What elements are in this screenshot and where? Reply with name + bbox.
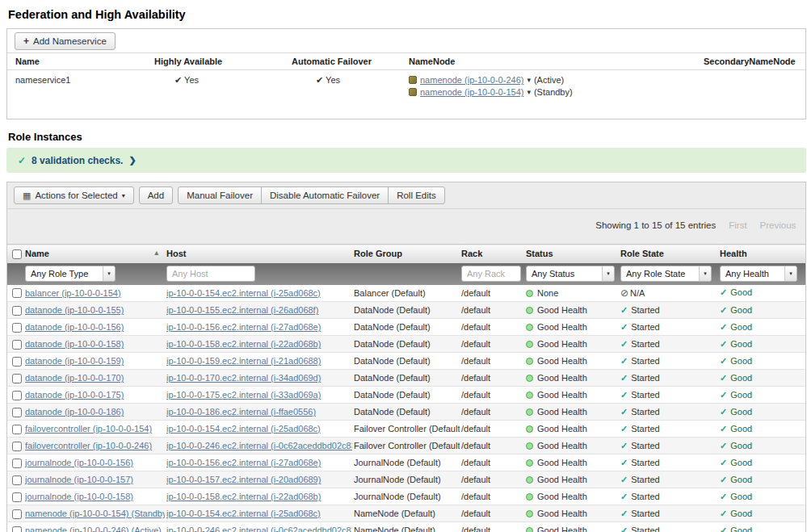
row-checkbox[interactable] bbox=[12, 306, 22, 316]
role-instance-link[interactable]: journalnode (ip-10-0-0-158) bbox=[25, 492, 133, 501]
host-link[interactable]: ip-10-0-0-159.ec2.internal (i-21ad0688) bbox=[166, 356, 321, 366]
row-checkbox[interactable] bbox=[12, 323, 22, 333]
host-filter-input[interactable] bbox=[166, 266, 255, 282]
namenode-link[interactable]: namenode (ip-10-0-0-154) bbox=[420, 87, 523, 97]
host-link[interactable]: ip-10-0-0-156.ec2.internal (i-27ad068e) bbox=[166, 322, 321, 332]
status-circle-icon bbox=[526, 510, 533, 517]
table-row: datanode (ip-10-0-0-186) ip-10-0-0-186.e… bbox=[7, 404, 805, 421]
select-all-checkbox[interactable] bbox=[12, 249, 22, 259]
health-cell: ✓Good bbox=[718, 455, 805, 471]
caret-down-icon[interactable]: ▾ bbox=[527, 88, 531, 96]
role-instance-link[interactable]: failovercontroller (ip-10-0-0-246) bbox=[25, 441, 152, 450]
row-checkbox[interactable] bbox=[12, 492, 22, 502]
host-link[interactable]: ip-10-0-0-158.ec2.internal (i-22ad068b) bbox=[166, 339, 321, 349]
disable-automatic-failover-button[interactable]: Disable Automatic Failover bbox=[261, 186, 389, 204]
caret-down-icon: ▾ bbox=[103, 266, 115, 281]
row-checkbox[interactable] bbox=[12, 475, 22, 485]
row-checkbox[interactable] bbox=[12, 340, 22, 350]
row-checkbox-cell bbox=[7, 387, 23, 404]
sort-ascending-icon: ▴ bbox=[154, 249, 158, 257]
status-cell: Good Health bbox=[524, 319, 619, 336]
col-header-host[interactable]: Host bbox=[165, 245, 352, 263]
col-header-name[interactable]: Name ▴ bbox=[23, 245, 165, 263]
role-instance-link[interactable]: journalnode (ip-10-0-0-156) bbox=[25, 458, 133, 467]
row-checkbox[interactable] bbox=[12, 357, 22, 367]
table-row: journalnode (ip-10-0-0-157) ip-10-0-0-15… bbox=[7, 471, 805, 488]
rack-filter-input[interactable] bbox=[461, 266, 521, 282]
role-instance-link[interactable]: namenode (ip-10-0-0-154) (Standby) bbox=[25, 509, 165, 518]
row-checkbox[interactable] bbox=[12, 391, 22, 400]
row-checkbox[interactable] bbox=[12, 374, 22, 383]
role-instance-link[interactable]: datanode (ip-10-0-0-175) bbox=[25, 390, 124, 400]
health-filter-select[interactable]: Any Health ▾ bbox=[720, 266, 797, 282]
roll-edits-button[interactable]: Roll Edits bbox=[388, 186, 445, 204]
row-checkbox[interactable] bbox=[12, 459, 22, 468]
col-header-role-group[interactable]: Role Group bbox=[352, 245, 460, 263]
host-link[interactable]: ip-10-0-0-157.ec2.internal (i-20ad0689) bbox=[166, 475, 321, 484]
role-state-icon: ✓ bbox=[620, 373, 628, 383]
status-cell: Good Health bbox=[524, 370, 619, 387]
role-instance-link[interactable]: datanode (ip-10-0-0-186) bbox=[25, 407, 124, 417]
pagination-first[interactable]: First bbox=[729, 220, 746, 230]
rack-cell: /default bbox=[460, 353, 524, 370]
host-link[interactable]: ip-10-0-0-186.ec2.internal (i-ffae0556) bbox=[166, 407, 316, 417]
check-icon: ✔ bbox=[316, 75, 323, 85]
role-instance-link[interactable]: datanode (ip-10-0-0-170) bbox=[25, 373, 124, 383]
row-checkbox-cell bbox=[7, 471, 23, 488]
role-state-cell: ✓Started bbox=[619, 522, 718, 532]
manual-failover-button[interactable]: Manual Failover bbox=[178, 186, 262, 204]
table-row: datanode (ip-10-0-0-175) ip-10-0-0-175.e… bbox=[7, 387, 805, 404]
actions-for-selected-button[interactable]: ▦ Actions for Selected ▾ bbox=[14, 186, 134, 204]
host-link[interactable]: ip-10-0-0-246.ec2.internal (i-0c62aceddb… bbox=[166, 526, 352, 532]
host-link[interactable]: ip-10-0-0-158.ec2.internal (i-22ad068b) bbox=[166, 492, 321, 501]
add-button[interactable]: Add bbox=[139, 186, 173, 204]
host-link[interactable]: ip-10-0-0-154.ec2.internal (i-25ad068c) bbox=[166, 288, 321, 298]
role-instance-link[interactable]: datanode (ip-10-0-0-159) bbox=[25, 356, 124, 366]
col-header-health[interactable]: Health bbox=[718, 245, 805, 263]
row-checkbox[interactable] bbox=[12, 526, 22, 532]
role-type-filter-select[interactable]: Any Role Type ▾ bbox=[25, 266, 116, 282]
role-state-filter-select[interactable]: Any Role State ▾ bbox=[620, 266, 712, 282]
status-filter-select[interactable]: Any Status ▾ bbox=[526, 266, 615, 282]
row-checkbox[interactable] bbox=[12, 288, 22, 298]
rack-cell: /default bbox=[460, 387, 524, 404]
role-instance-link[interactable]: balancer (ip-10-0-0-154) bbox=[25, 288, 121, 298]
host-link[interactable]: ip-10-0-0-156.ec2.internal (i-27ad068e) bbox=[166, 458, 321, 467]
role-state-cell: ✓Started bbox=[619, 488, 718, 505]
row-checkbox[interactable] bbox=[12, 408, 22, 417]
role-instance-link[interactable]: datanode (ip-10-0-0-156) bbox=[25, 322, 124, 332]
host-link[interactable]: ip-10-0-0-246.ec2.internal (i-0c62aceddb… bbox=[166, 441, 352, 450]
status-cell: Good Health bbox=[524, 488, 619, 505]
namenode-link[interactable]: namenode (ip-10-0-0-246) bbox=[420, 75, 523, 85]
role-state-cell: ✓Started bbox=[619, 471, 718, 488]
row-checkbox[interactable] bbox=[12, 425, 22, 434]
role-state-icon: ✓ bbox=[620, 424, 628, 434]
validation-checks-banner[interactable]: ✓ 8 validation checks. ❯ bbox=[6, 148, 806, 173]
host-link[interactable]: ip-10-0-0-154.ec2.internal (i-25ad068c) bbox=[166, 509, 321, 518]
row-checkbox-cell bbox=[7, 421, 23, 438]
host-link[interactable]: ip-10-0-0-170.ec2.internal (i-34ad069d) bbox=[166, 373, 321, 383]
role-instance-link[interactable]: namenode (ip-10-0-0-246) (Active) bbox=[25, 526, 162, 532]
role-instance-link[interactable]: datanode (ip-10-0-0-158) bbox=[25, 339, 124, 349]
status-cell: Good Health bbox=[524, 404, 619, 421]
nameservice-row: nameservice1 ✔ Yes ✔ Yes namenode (ip-10… bbox=[7, 70, 805, 119]
row-checkbox[interactable] bbox=[12, 509, 22, 519]
col-header-status[interactable]: Status bbox=[524, 245, 619, 263]
host-link[interactable]: ip-10-0-0-154.ec2.internal (i-25ad068c) bbox=[166, 424, 321, 434]
role-instances-table: Name ▴ Host Role Group Rack Status Role … bbox=[7, 244, 805, 532]
role-instance-link[interactable]: failovercontroller (ip-10-0-0-154) bbox=[25, 424, 152, 434]
col-header-role-state[interactable]: Role State bbox=[619, 245, 718, 263]
health-check-icon: ✓ bbox=[720, 441, 727, 450]
caret-down-icon[interactable]: ▾ bbox=[527, 76, 531, 84]
health-cell: ✓Good bbox=[718, 353, 805, 370]
namenode-role-icon bbox=[409, 76, 417, 84]
host-link[interactable]: ip-10-0-0-175.ec2.internal (i-33ad069a) bbox=[166, 390, 321, 400]
host-link[interactable]: ip-10-0-0-155.ec2.internal (i-26ad068f) bbox=[166, 305, 318, 315]
col-header-rack[interactable]: Rack bbox=[460, 245, 524, 263]
role-instance-link[interactable]: datanode (ip-10-0-0-155) bbox=[25, 305, 124, 315]
role-instance-link[interactable]: journalnode (ip-10-0-0-157) bbox=[25, 475, 133, 484]
add-nameservice-button[interactable]: + Add Nameservice bbox=[15, 32, 116, 50]
pagination-previous[interactable]: Previous bbox=[760, 220, 796, 230]
row-checkbox[interactable] bbox=[12, 442, 22, 451]
role-state-cell: ✓Started bbox=[619, 455, 718, 471]
